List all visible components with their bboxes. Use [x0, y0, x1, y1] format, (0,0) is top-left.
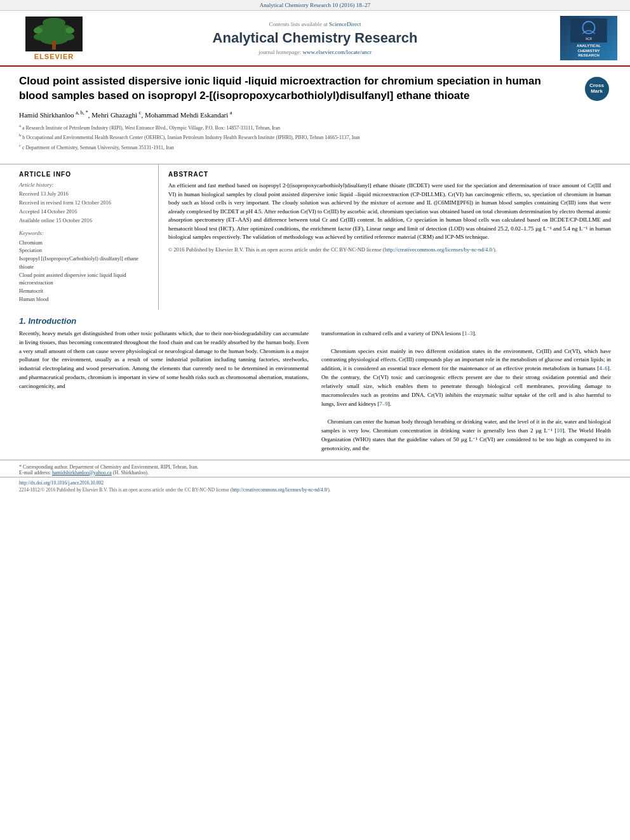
- main-content: ARTICLE INFO Article history: Received 1…: [0, 164, 630, 310]
- keywords-label: Keywords:: [19, 230, 149, 236]
- available-date: Available online 15 October 2016: [19, 217, 149, 225]
- page-wrapper: Analytical Chemistry Research 10 (2016) …: [0, 0, 630, 840]
- header-center: Contents lists available at ScienceDirec…: [95, 21, 535, 55]
- article-info-header: ARTICLE INFO: [19, 171, 149, 178]
- right-panel: ABSTRACT An efficient and fast method ba…: [159, 164, 611, 310]
- journal-homepage: journal homepage: www.elsevier.com/locat…: [95, 49, 535, 55]
- keywords-section: Keywords: Chromium Speciation Isopropyl …: [19, 230, 149, 303]
- accepted-date: Accepted 14 October 2016: [19, 208, 149, 216]
- article-history-label: Article history:: [19, 182, 149, 188]
- svg-point-9: [34, 27, 43, 34]
- keyword-6: Human blood: [19, 295, 149, 303]
- journal-title: Analytical Chemistry Research: [95, 30, 535, 46]
- crossmark-badge: CrossMark: [582, 74, 611, 103]
- journal-homepage-link[interactable]: www.elsevier.com/locate/ancr: [303, 49, 372, 55]
- keyword-1: Chromium: [19, 239, 149, 247]
- email-link[interactable]: hamidshirkhanloo@yahoo.ca: [52, 470, 112, 476]
- received-date: Received 13 July 2016: [19, 190, 149, 198]
- svg-point-10: [65, 27, 74, 34]
- corresponding-author: * Corresponding author. Department of Ch…: [19, 464, 611, 470]
- intro-text-2: transformation in cultured cells and a v…: [321, 330, 611, 453]
- elsevier-logo: ELSEVIER: [25, 17, 83, 60]
- abstract-copyright: © 2016 Published by Elsevier B.V. This i…: [168, 246, 611, 254]
- journal-logo-box: ACR ANALYTICALCHEMISTRYRESEARCH: [560, 16, 617, 60]
- abstract-text: An efficient and fast method based on is…: [168, 182, 611, 242]
- affiliation-a: a a Research Institute of Petroleum Indu…: [19, 123, 611, 131]
- sciencedirect-link[interactable]: ScienceDirect: [329, 21, 361, 27]
- email-name: (H. Shirkhanloo).: [113, 470, 149, 476]
- header-left: ELSEVIER: [13, 17, 95, 60]
- footnote-section: * Corresponding author. Department of Ch…: [0, 460, 630, 477]
- intro-title: 1. Introduction: [19, 316, 611, 326]
- keyword-4: Cloud point assisted dispersive ionic li…: [19, 271, 149, 288]
- keyword-5: Hematocrit: [19, 287, 149, 295]
- article-section: Cloud point assisted dispersive ionic li…: [0, 67, 630, 161]
- authors-line: Hamid Shirkhanloo a, b, *, Mehri Ghazagh…: [19, 110, 611, 119]
- received-revised: Received in revised form 12 October 2016: [19, 199, 149, 207]
- article-title: Cloud point assisted dispersive ionic li…: [19, 74, 611, 103]
- affiliation-c: c c Department of Chemistry, Semnan Univ…: [19, 142, 611, 151]
- email-line: E-mail address: hamidshirkhanloo@yahoo.c…: [19, 470, 611, 476]
- left-panel: ARTICLE INFO Article history: Received 1…: [19, 164, 159, 310]
- keyword-3: Isopropyl [(IsopropoxyCarbothiolyl) disu…: [19, 255, 149, 271]
- header-right: ACR ANALYTICALCHEMISTRYRESEARCH: [535, 16, 617, 60]
- doi-line: http://dx.doi.org/10.1016/j.ancr.2016.10…: [19, 480, 611, 486]
- svg-text:ACR: ACR: [586, 37, 593, 41]
- copyright-bottom: 2214-1812/© 2016 Published by Elsevier B…: [19, 487, 611, 493]
- crossmark-icon: CrossMark: [585, 77, 609, 101]
- journal-citation: Analytical Chemistry Research 10 (2016) …: [260, 2, 371, 8]
- intro-col-1: Recently, heavy metals get distinguished…: [19, 330, 309, 453]
- affiliation-b: b b Occupational and Environmental Healt…: [19, 132, 611, 141]
- bottom-bar: http://dx.doi.org/10.1016/j.ancr.2016.10…: [0, 477, 630, 495]
- keywords-list: Chromium Speciation Isopropyl [(Isopropo…: [19, 239, 149, 303]
- intro-grid: Recently, heavy metals get distinguished…: [19, 330, 611, 453]
- doi-link[interactable]: http://dx.doi.org/10.1016/j.ancr.2016.10…: [19, 480, 104, 486]
- email-label: E-mail address:: [19, 470, 51, 476]
- top-bar: Analytical Chemistry Research 10 (2016) …: [0, 0, 630, 11]
- intro-section: 1. Introduction Recently, heavy metals g…: [0, 310, 630, 460]
- abstract-header: ABSTRACT: [168, 171, 611, 178]
- elsevier-brand-name: ELSEVIER: [34, 53, 74, 60]
- sciencedirect-info: Contents lists available at ScienceDirec…: [95, 21, 535, 27]
- keyword-2: Speciation: [19, 246, 149, 255]
- bottom-license-link[interactable]: http://creativecommons.org/licenses/by-n…: [232, 487, 328, 493]
- svg-rect-8: [52, 41, 56, 50]
- intro-col-2: transformation in cultured cells and a v…: [321, 330, 611, 453]
- journal-header: ELSEVIER Contents lists available at Sci…: [0, 11, 630, 67]
- affiliations: a a Research Institute of Petroleum Indu…: [19, 123, 611, 152]
- abstract-license-link[interactable]: http://creativecommons.org/licenses/by-n…: [385, 246, 493, 253]
- journal-logo-title: ANALYTICALCHEMISTRYRESEARCH: [577, 44, 601, 58]
- journal-logo-icon: ACR: [570, 18, 608, 43]
- intro-text-1: Recently, heavy metals get distinguished…: [19, 330, 309, 392]
- elsevier-tree-icon: [25, 17, 83, 51]
